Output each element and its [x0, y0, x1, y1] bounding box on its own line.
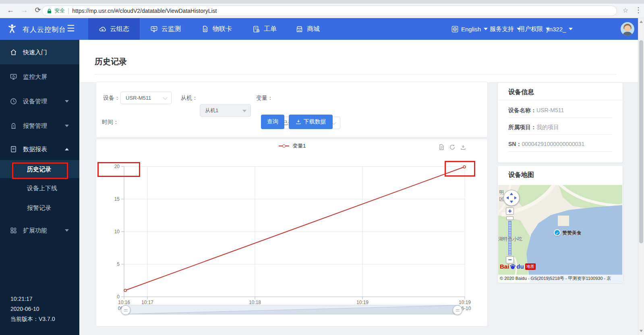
- support-label: 服务支持: [490, 25, 514, 33]
- datazoom-handle-left[interactable]: [121, 305, 130, 315]
- sidebar-item-label: 数据报表: [23, 145, 47, 153]
- avatar[interactable]: [621, 22, 634, 36]
- tab-cloud-monitor[interactable]: 云监测: [142, 18, 189, 40]
- chevron-down-icon: [569, 28, 573, 30]
- tab-mall[interactable]: 商城: [288, 18, 327, 40]
- alarm-bell-icon: [10, 122, 17, 129]
- sidebar-item-monitor-screen[interactable]: 监控大屏: [0, 64, 79, 89]
- chevron-up-icon: [65, 148, 69, 150]
- screen-icon: [10, 73, 17, 80]
- device-select-value: USR-M511: [126, 95, 151, 101]
- report-icon: [10, 145, 17, 153]
- extensions-grid-icon: [10, 227, 17, 234]
- annotation-box-sidebar: [12, 162, 68, 179]
- map-pan-control[interactable]: [503, 190, 520, 206]
- download-button-label: 下载数据: [304, 118, 326, 125]
- y-tick: 15: [103, 196, 120, 202]
- language-switcher[interactable]: English: [451, 18, 488, 40]
- sidebar-item-device-mgmt[interactable]: 设备管理: [0, 89, 79, 113]
- slave-select[interactable]: 从机1: [200, 104, 251, 117]
- line-chart: [96, 139, 488, 327]
- filter-panel: 设备： USR-M511 从机： 从机1 变量： 已选择1个变量 时间： 202…: [96, 82, 488, 138]
- sidebar-subitem-device-updown[interactable]: 设备上下线: [0, 178, 79, 198]
- scrollbar-up-arrow[interactable]: [640, 21, 643, 23]
- datazoom-shadow: [124, 305, 460, 314]
- map-zoom-in-button[interactable]: +: [506, 208, 514, 215]
- current-date: 2020-06-10: [10, 304, 55, 314]
- home-icon: [10, 48, 17, 56]
- device-name-row: 设备名称：USR-M511: [508, 103, 615, 117]
- datazoom-slider[interactable]: [123, 305, 460, 314]
- query-button[interactable]: 查询: [261, 115, 284, 129]
- divider: [508, 151, 612, 152]
- sidebar-item-quickstart[interactable]: 快速入门: [0, 40, 79, 64]
- username-label: jin322_: [547, 26, 566, 33]
- refresh-icon[interactable]: ⟳: [33, 6, 43, 14]
- permission-label: 用户权限: [519, 25, 543, 33]
- slave-filter-label: 从机：: [181, 92, 198, 104]
- permission-menu[interactable]: 用户权限: [519, 18, 550, 40]
- forward-icon[interactable]: →: [19, 6, 29, 14]
- language-label: English: [461, 26, 481, 33]
- divider: [498, 100, 623, 100]
- browser-menu-icon[interactable]: ⋮: [634, 6, 642, 14]
- tab-label: 物联卡: [213, 25, 232, 33]
- datazoom-handle-right[interactable]: [453, 305, 462, 315]
- pan-down-arrow: [510, 201, 513, 203]
- divider: [508, 134, 612, 135]
- download-data-button[interactable]: 下载数据: [289, 115, 333, 129]
- y-tick: 0: [103, 294, 120, 300]
- poi-marker-icon[interactable]: ✓: [554, 229, 561, 236]
- scrollbar-down-arrow[interactable]: [640, 330, 643, 332]
- top-navbar: 有人云控制台 ☰ 云组态 云监测 物联卡 工单: [0, 18, 644, 40]
- title-divider: [95, 74, 616, 74]
- user-menu[interactable]: jin322_: [547, 18, 573, 40]
- pan-left-arrow: [506, 196, 509, 199]
- y-tick: 5: [103, 261, 120, 267]
- chevron-down-icon: [484, 28, 488, 30]
- address-bar[interactable]: 安全 | https://mp.usr.cn/#/cloudV2/datatab…: [42, 6, 617, 16]
- map-zoom-knob[interactable]: [506, 216, 514, 220]
- sidebar-item-alarm-mgmt[interactable]: 报警管理: [0, 113, 79, 138]
- tab-cloud-scada[interactable]: 云组态: [88, 18, 140, 40]
- download-icon: [296, 119, 301, 125]
- collapse-menu-icon[interactable]: ☰: [67, 23, 75, 34]
- tab-work-order[interactable]: 工单: [243, 18, 286, 40]
- url-text: https://mp.usr.cn/#/cloudV2/datatable/Vi…: [72, 8, 217, 14]
- sidebar-item-label: 快速入门: [23, 48, 47, 56]
- sidebar-footer: 10:21:17 2020-06-10 当前版本：V3.7.0: [10, 294, 55, 324]
- annotation-box-datapoint: [445, 161, 475, 177]
- sidebar-item-extensions[interactable]: 扩展功能: [0, 218, 79, 243]
- sidebar-item-label: 监控大屏: [23, 73, 47, 80]
- chevron-down-icon: [65, 229, 69, 232]
- chart-panel: 变量1: [96, 139, 488, 327]
- bookmark-star-icon[interactable]: ☆: [621, 6, 630, 15]
- map-district-char: 明: [499, 189, 504, 196]
- map-attribution: © 2020 Baidu - GS(2019)5218号 - 甲测资字11009…: [498, 275, 622, 282]
- chevron-down-icon: [65, 100, 69, 103]
- map-zoom-out-button[interactable]: −: [506, 256, 514, 263]
- baidu-map[interactable]: 明 区 + − ✓ 赞赞美食 湖特色小吃 Bai: [498, 185, 622, 282]
- query-button-label: 查询: [267, 118, 278, 125]
- project-row: 所属项目：我的项目: [508, 120, 615, 134]
- url-separator: |: [68, 7, 69, 14]
- device-map-card: 设备地图 明 区: [498, 166, 623, 283]
- device-map-title: 设备地图: [508, 171, 534, 179]
- sidebar-subitem-alarm-record[interactable]: 报警记录: [0, 198, 79, 218]
- sidebar-item-data-report[interactable]: 数据报表: [0, 138, 79, 160]
- sn-row: SN：00004291000000000031: [508, 137, 615, 151]
- tab-iot-card[interactable]: 物联卡: [193, 18, 241, 40]
- sidebar-subitem-label: 报警记录: [27, 204, 51, 212]
- device-info-card: 设备信息 设备名称：USR-M511 所属项目：我的项目 SN：00004291…: [498, 83, 623, 162]
- back-icon[interactable]: ←: [6, 6, 15, 14]
- tab-label: 商城: [307, 25, 320, 33]
- screen: ← → ⟳ 安全 | https://mp.usr.cn/#/cloudV2/d…: [0, 0, 644, 335]
- device-select[interactable]: USR-M511: [120, 92, 172, 104]
- version-label: 当前版本：V3.7.0: [10, 314, 55, 324]
- support-menu[interactable]: 服务支持: [490, 18, 521, 40]
- sidebar-subitem-label: 设备上下线: [27, 184, 57, 192]
- device-clock-icon: [10, 97, 17, 105]
- scrollbar[interactable]: [638, 18, 644, 335]
- scrollbar-thumb[interactable]: [639, 40, 643, 243]
- time-filter-label: 时间：: [102, 115, 119, 129]
